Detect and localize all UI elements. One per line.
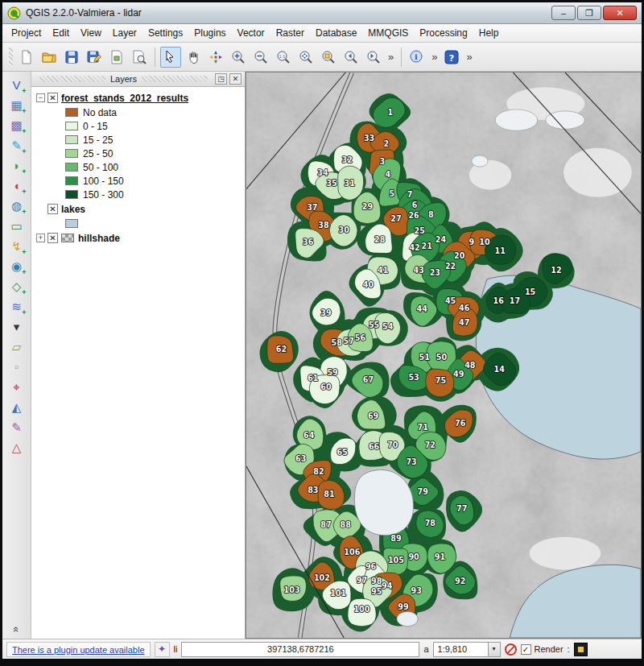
zoom-next-button[interactable] [363, 47, 384, 68]
layer-name-hillshade[interactable]: hillshade [78, 233, 120, 244]
new-shapefile-layer-button[interactable]: ◇+ [6, 276, 27, 296]
zoom-full-button[interactable] [295, 47, 316, 68]
collapse-expander-icon[interactable]: − [36, 93, 45, 102]
menu-view[interactable]: View [75, 25, 107, 41]
composer-manager-button[interactable] [129, 47, 150, 68]
recenter-button[interactable] [205, 47, 226, 68]
stand-number-label: 61 [308, 374, 319, 383]
map-canvas[interactable]: 1332323343531457372962682738302524910362… [246, 72, 642, 639]
zoom-last-button[interactable] [341, 47, 361, 68]
help-button[interactable]: ? [441, 47, 462, 68]
legend-class-row[interactable]: 15 - 25 [33, 133, 243, 147]
select-tool-dropdown-button[interactable]: ▾ [6, 316, 27, 337]
toolbar-grip[interactable] [9, 48, 13, 67]
add-raster-layer-button[interactable]: ▦+ [6, 95, 27, 115]
application-window: QGIS 2.2.0-Valmiera - lidar – ❐ ✕ Projec… [0, 0, 644, 666]
gps-information-button[interactable]: ⌖ [6, 377, 27, 397]
legend-class-row[interactable]: 150 - 300 [33, 188, 243, 201]
scale-dropdown-icon[interactable]: ▾ [488, 643, 500, 656]
title-bar[interactable]: QGIS 2.2.0-Valmiera - lidar – ❐ ✕ [2, 2, 642, 24]
toolbar-overflow-icon[interactable]: » [386, 51, 396, 63]
zoom-in-button[interactable] [228, 47, 249, 68]
legend-class-row[interactable]: 0 - 15 [33, 119, 243, 133]
save-project-button[interactable] [61, 47, 82, 68]
add-wms-layer-button[interactable]: ◍+ [6, 196, 27, 216]
expand-expander-icon[interactable]: + [36, 234, 45, 242]
add-oracle-layer-button[interactable]: ◖+ [6, 176, 27, 196]
osm-tool-button[interactable]: ◭ [6, 397, 27, 417]
menu-project[interactable]: Project [6, 25, 47, 41]
identify-features-button[interactable]: i [407, 47, 427, 68]
menu-vector[interactable]: Vector [232, 25, 270, 41]
layer-tree: − ✕ forest_stands_2012_results No data0 … [31, 87, 245, 639]
add-wfs-layer-button[interactable]: ↯+ [6, 236, 27, 256]
layer-duplicate-button[interactable]: ▱ [6, 337, 27, 357]
save-project-as-button[interactable] [84, 47, 105, 68]
menu-layer[interactable]: Layer [107, 25, 142, 41]
new-project-button[interactable] [16, 47, 37, 68]
layers-toolbar: V+▦+▩+✎+◗+◖+◍+▭↯+◉+◇+≋+▾▱▫⌖◭✎△« [2, 72, 31, 639]
layer-visibility-checkbox[interactable]: ✕ [47, 93, 58, 103]
minimize-button[interactable]: – [551, 6, 576, 20]
panel-grip[interactable] [39, 76, 105, 82]
menu-database[interactable]: Database [310, 25, 362, 41]
add-spatialite-layer-button[interactable]: ✎+ [6, 135, 27, 155]
menu-raster[interactable]: Raster [270, 25, 310, 41]
layer-name-lakes[interactable]: lakes [61, 204, 85, 215]
layer-item-hillshade[interactable]: + ✕ hillshade [33, 230, 243, 246]
close-button[interactable]: ✕ [603, 6, 637, 20]
menu-edit[interactable]: Edit [47, 25, 75, 41]
add-delimited-text-layer-button[interactable]: ≋+ [6, 296, 27, 316]
panel-grip[interactable] [142, 76, 208, 82]
scale-value: 1:9,810 [434, 644, 488, 654]
add-wcs-layer-button[interactable]: ◉+ [6, 256, 27, 276]
layers-panel-title: Layers [110, 74, 137, 84]
plugin-update-link[interactable]: There is a plugin update available [6, 642, 151, 657]
coordinate-input[interactable]: 397138,6787216 [181, 642, 419, 657]
zoom-to-selection-button[interactable] [318, 47, 339, 68]
menu-settings[interactable]: Settings [142, 25, 188, 41]
add-mssql-layer-button[interactable]: ◗+ [6, 155, 27, 176]
panel-float-button[interactable]: ◳ [215, 73, 227, 85]
annotation-pencil-button[interactable]: ✎ [6, 417, 27, 437]
stand-number-label: 66 [369, 442, 380, 451]
zoom-out-button[interactable] [250, 47, 271, 68]
extents-toggle-icon[interactable]: ✦ [155, 642, 170, 657]
maximize-button[interactable]: ❐ [577, 6, 601, 20]
stand-number-label: 70 [387, 441, 398, 449]
legend-class-row[interactable]: 50 - 100 [33, 160, 243, 174]
render-checkbox[interactable]: ✓ [521, 644, 531, 655]
layer-item-lakes[interactable]: ✕ lakes [33, 201, 243, 217]
pan-map-button[interactable] [183, 47, 204, 68]
legend-class-label: 150 - 300 [83, 189, 124, 201]
new-print-composer-button[interactable] [106, 47, 127, 68]
layer-visibility-checkbox[interactable]: ✕ [47, 204, 58, 214]
add-postgis-layer-button[interactable]: ▩+ [6, 115, 27, 135]
panel-close-button[interactable]: ✕ [229, 73, 242, 85]
toolbar-overflow-icon[interactable]: » [429, 51, 440, 63]
blank-tool-button[interactable]: ▫ [6, 357, 27, 377]
layer-name-forest-stands[interactable]: forest_stands_2012_results [61, 93, 188, 104]
zoom-native-button[interactable]: 1:1 [273, 47, 294, 68]
log-messages-button[interactable] [574, 643, 588, 656]
menu-help[interactable]: Help [473, 25, 505, 41]
add-vector-layer-button[interactable]: V+ [6, 75, 27, 95]
layer-visibility-checkbox[interactable]: ✕ [47, 233, 58, 243]
map-annotation-button[interactable]: ▭ [6, 216, 27, 236]
menu-processing[interactable]: Processing [414, 25, 473, 41]
layers-panel-header[interactable]: Layers ◳ ✕ [31, 72, 245, 87]
legend-class-row[interactable]: No data [33, 105, 243, 119]
window-title: QGIS 2.2.0-Valmiera - lidar [26, 7, 551, 19]
layer-item-forest-stands[interactable]: − ✕ forest_stands_2012_results [33, 90, 243, 105]
stop-render-icon[interactable] [505, 643, 517, 656]
open-project-button[interactable] [39, 47, 60, 68]
measure-shapes-button[interactable]: △ [6, 437, 27, 457]
pan-select-tool-button[interactable] [160, 47, 181, 68]
toolbar-overflow-icon[interactable]: » [464, 51, 474, 63]
legend-class-row[interactable]: 100 - 150 [33, 174, 243, 188]
scale-combobox[interactable]: 1:9,810 ▾ [433, 642, 501, 657]
legend-class-row[interactable]: 25 - 50 [33, 147, 243, 160]
menu-plugins[interactable]: Plugins [188, 25, 231, 41]
menu-mmqgis[interactable]: MMQGIS [362, 25, 414, 41]
render-toggle[interactable]: ✓ Render [521, 644, 564, 655]
